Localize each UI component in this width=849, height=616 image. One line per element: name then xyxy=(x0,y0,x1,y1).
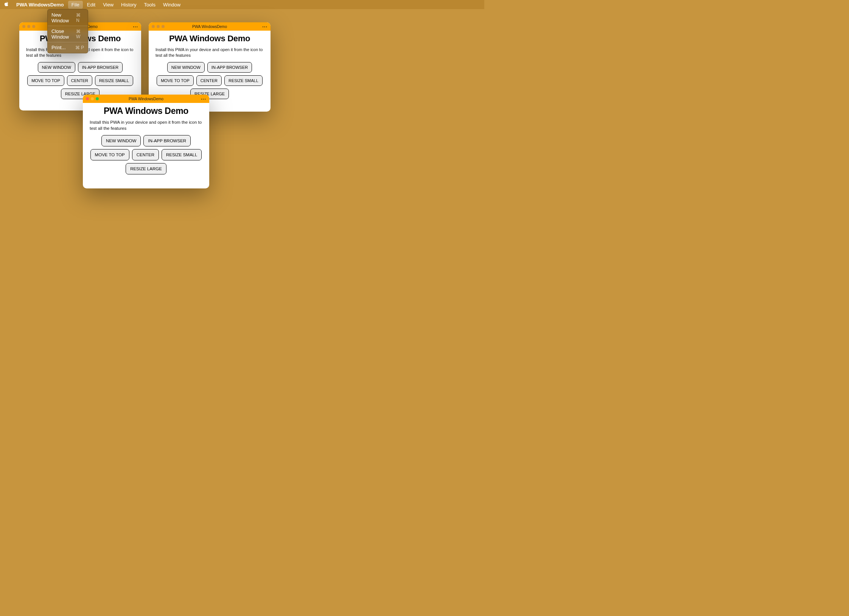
maximize-window-icon[interactable] xyxy=(32,25,35,28)
page-title: PWA Windows Demo xyxy=(155,34,264,44)
menubar-item-edit[interactable]: Edit xyxy=(84,1,99,9)
menu-item-shortcut: ⌘ P xyxy=(75,45,84,50)
menubar-item-tools[interactable]: Tools xyxy=(141,1,159,9)
menubar-item-history[interactable]: History xyxy=(118,1,140,9)
resize-small-button[interactable]: RESIZE SMALL xyxy=(162,149,202,160)
minimize-window-icon[interactable] xyxy=(157,25,160,28)
menu-item-close-window[interactable]: Close Window ⌘ W xyxy=(48,27,88,41)
menubar-item-window[interactable]: Window xyxy=(160,1,184,9)
center-button[interactable]: CENTER xyxy=(196,75,222,86)
page-description: Install this PWA in your device and open… xyxy=(90,120,202,131)
resize-small-button[interactable]: RESIZE SMALL xyxy=(95,75,133,86)
menu-item-new-window[interactable]: New Window ⌘ N xyxy=(48,11,88,25)
button-group: NEW WINDOW IN-APP BROWSER MOVE TO TOP CE… xyxy=(26,62,134,99)
menu-item-shortcut: ⌘ W xyxy=(76,29,84,39)
close-window-icon[interactable] xyxy=(86,97,89,100)
menubar-item-file[interactable]: File xyxy=(68,1,83,9)
move-to-top-button[interactable]: MOVE TO TOP xyxy=(27,75,64,86)
resize-large-button[interactable]: RESIZE LARGE xyxy=(126,163,166,174)
file-dropdown-menu: New Window ⌘ N Close Window ⌘ W Print...… xyxy=(47,9,88,53)
page-description: Install this PWA in your device and open… xyxy=(155,47,264,58)
apple-logo-icon[interactable] xyxy=(4,2,9,7)
menubar-app-name[interactable]: PWA WindowsDemo xyxy=(13,1,67,9)
more-options-icon[interactable]: ··· xyxy=(262,24,267,30)
close-window-icon[interactable] xyxy=(152,25,155,28)
pwa-window-3-focused: PWA WindowsDemo ··· PWA Windows Demo Ins… xyxy=(83,95,209,188)
in-app-browser-button[interactable]: IN-APP BROWSER xyxy=(143,135,191,146)
more-options-icon[interactable]: ··· xyxy=(133,24,138,30)
close-window-icon[interactable] xyxy=(22,25,25,28)
page-title: PWA Windows Demo xyxy=(90,106,202,116)
window-content: PWA Windows Demo Install this PWA in you… xyxy=(83,103,209,179)
menu-item-label: Print... xyxy=(51,45,66,50)
move-to-top-button[interactable]: MOVE TO TOP xyxy=(157,75,194,86)
new-window-button[interactable]: NEW WINDOW xyxy=(101,135,141,146)
resize-small-button[interactable]: RESIZE SMALL xyxy=(224,75,263,86)
in-app-browser-button[interactable]: IN-APP BROWSER xyxy=(78,62,123,73)
window-title: PWA WindowsDemo xyxy=(129,97,163,101)
minimize-window-icon[interactable] xyxy=(91,97,94,100)
traffic-lights xyxy=(86,97,99,100)
traffic-lights xyxy=(152,25,165,28)
window-title: PWA WindowsDemo xyxy=(192,25,227,29)
center-button[interactable]: CENTER xyxy=(132,149,159,160)
menu-item-print[interactable]: Print... ⌘ P xyxy=(48,44,88,51)
window-titlebar[interactable]: PWA WindowsDemo ··· xyxy=(149,22,271,31)
menu-item-shortcut: ⌘ N xyxy=(76,12,84,23)
minimize-window-icon[interactable] xyxy=(27,25,30,28)
new-window-button[interactable]: NEW WINDOW xyxy=(167,62,205,73)
menu-separator xyxy=(48,42,88,42)
maximize-window-icon[interactable] xyxy=(162,25,165,28)
menu-item-label: New Window xyxy=(51,12,76,23)
system-menubar: PWA WindowsDemo File Edit View History T… xyxy=(0,0,484,9)
window-titlebar[interactable]: PWA WindowsDemo ··· xyxy=(83,95,209,103)
in-app-browser-button[interactable]: IN-APP BROWSER xyxy=(207,62,252,73)
maximize-window-icon[interactable] xyxy=(96,97,99,100)
menu-separator xyxy=(48,26,88,26)
traffic-lights xyxy=(22,25,35,28)
center-button[interactable]: CENTER xyxy=(67,75,92,86)
new-window-button[interactable]: NEW WINDOW xyxy=(38,62,75,73)
button-group: NEW WINDOW IN-APP BROWSER MOVE TO TOP CE… xyxy=(90,135,202,174)
more-options-icon[interactable]: ··· xyxy=(201,96,206,102)
move-to-top-button[interactable]: MOVE TO TOP xyxy=(90,149,129,160)
menubar-item-view[interactable]: View xyxy=(100,1,117,9)
window-content: PWA Windows Demo Install this PWA in you… xyxy=(149,31,271,104)
menu-item-label: Close Window xyxy=(51,28,76,40)
button-group: NEW WINDOW IN-APP BROWSER MOVE TO TOP CE… xyxy=(155,62,264,99)
